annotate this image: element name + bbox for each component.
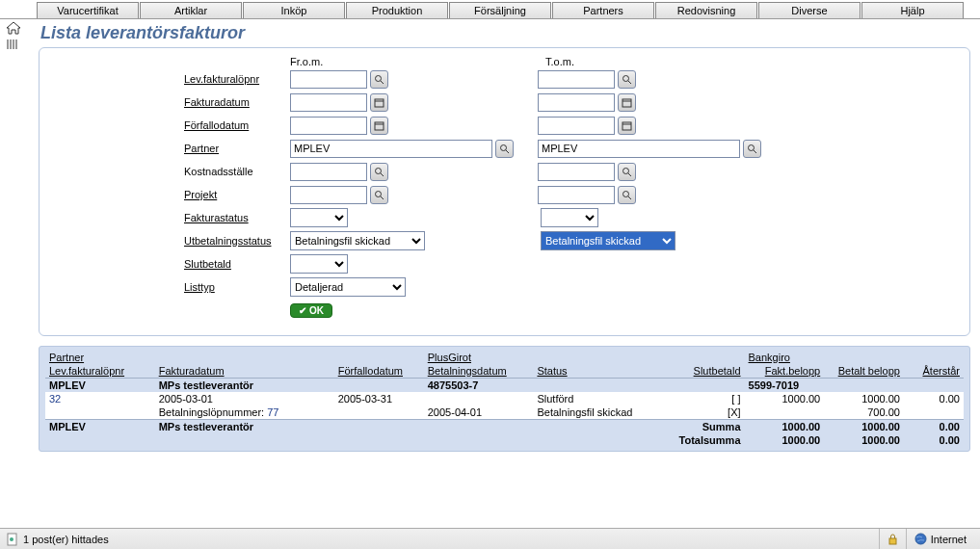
partner-to-input[interactable] bbox=[538, 140, 740, 158]
fakturadatum-to-input[interactable] bbox=[538, 93, 615, 112]
tab-hjalp[interactable]: Hjälp bbox=[861, 2, 964, 18]
svg-rect-8 bbox=[375, 99, 384, 107]
col-from-header: Fr.o.m. bbox=[290, 56, 545, 67]
th-status[interactable]: Status bbox=[533, 364, 673, 379]
tab-inkop[interactable]: Inköp bbox=[243, 2, 345, 18]
tab-varucertifikat[interactable]: Varucertifikat bbox=[37, 2, 139, 18]
svg-point-31 bbox=[915, 534, 926, 544]
status-bar: 1 post(er) hittades Internet bbox=[0, 528, 980, 549]
label-fakturastatus: Fakturastatus bbox=[184, 212, 290, 223]
tab-partners[interactable]: Partners bbox=[552, 2, 654, 18]
svg-rect-10 bbox=[622, 99, 631, 107]
levfakt-to-input[interactable] bbox=[538, 70, 615, 89]
search-icon[interactable] bbox=[370, 163, 388, 181]
search-icon[interactable] bbox=[618, 186, 636, 204]
th-aterstar[interactable]: Återstår bbox=[904, 364, 964, 379]
projekt-to-input[interactable] bbox=[538, 186, 615, 204]
search-icon[interactable] bbox=[618, 163, 636, 181]
tab-forsaljning[interactable]: Försäljning bbox=[449, 2, 551, 18]
tab-artiklar[interactable]: Artiklar bbox=[140, 2, 242, 18]
label-projekt: Projekt bbox=[184, 189, 290, 200]
label-partner: Partner bbox=[184, 143, 290, 154]
th-betaltbelopp[interactable]: Betalt belopp bbox=[824, 364, 904, 379]
ie-page-icon bbox=[6, 533, 19, 546]
th-plusgirot[interactable]: PlusGirot bbox=[424, 351, 534, 364]
globe-icon bbox=[914, 533, 927, 545]
calendar-icon[interactable] bbox=[618, 117, 636, 135]
tab-redovisning[interactable]: Redovisning bbox=[655, 2, 757, 18]
search-icon[interactable] bbox=[495, 140, 514, 158]
totalsumma-row: Totalsumma 1000.00 1000.00 0.00 bbox=[45, 433, 964, 447]
partner-from-input[interactable] bbox=[290, 140, 492, 158]
label-utbetalningsstatus: Utbetalningsstatus bbox=[184, 235, 290, 247]
fakturastatus-to-select[interactable] bbox=[541, 208, 598, 227]
calendar-icon[interactable] bbox=[618, 93, 636, 112]
utbetalning-to-select[interactable]: Betalningsfil skickad bbox=[541, 231, 675, 250]
label-kostnadsstalle: Kostnadsställe bbox=[184, 166, 290, 177]
svg-point-24 bbox=[376, 191, 382, 196]
svg-rect-30 bbox=[889, 538, 896, 544]
tab-diverse[interactable]: Diverse bbox=[758, 2, 861, 18]
check-icon: ✔ bbox=[299, 305, 306, 316]
svg-line-27 bbox=[628, 196, 631, 199]
svg-line-23 bbox=[628, 173, 631, 176]
svg-point-20 bbox=[376, 168, 382, 173]
svg-line-7 bbox=[628, 81, 631, 84]
forfallodatum-to-input[interactable] bbox=[538, 117, 615, 135]
page-title: Lista leverantörsfakturor bbox=[39, 23, 970, 47]
summa-row: MPLEV MPs testleverantör Summa 1000.00 1… bbox=[45, 420, 964, 434]
search-icon[interactable] bbox=[370, 186, 388, 204]
projekt-from-input[interactable] bbox=[290, 186, 367, 204]
forfallodatum-from-input[interactable] bbox=[290, 117, 367, 135]
svg-rect-14 bbox=[622, 122, 631, 130]
th-partner[interactable]: Partner bbox=[45, 351, 155, 364]
calendar-icon[interactable] bbox=[370, 117, 388, 135]
levfakt-link[interactable]: 32 bbox=[49, 393, 61, 405]
table-row: Betalningslöpnummer: 77 2005-04-01 Betal… bbox=[45, 405, 964, 420]
search-icon[interactable] bbox=[743, 140, 761, 158]
tab-produktion[interactable]: Produktion bbox=[346, 2, 448, 18]
th-betalningsdatum[interactable]: Betalningsdatum bbox=[424, 364, 534, 379]
lock-icon bbox=[887, 534, 898, 545]
levfakt-from-input[interactable] bbox=[290, 70, 367, 89]
home-icon[interactable] bbox=[6, 21, 21, 35]
svg-line-5 bbox=[381, 81, 384, 84]
search-icon[interactable] bbox=[618, 70, 636, 89]
svg-point-16 bbox=[501, 144, 507, 150]
label-slutbetald: Slutbetald bbox=[184, 258, 290, 270]
svg-point-4 bbox=[376, 75, 382, 81]
table-row: 32 2005-03-01 2005-03-31 Slutförd [ ] 10… bbox=[45, 392, 964, 405]
svg-line-21 bbox=[381, 173, 384, 176]
svg-point-22 bbox=[623, 168, 629, 173]
ok-button[interactable]: ✔ OK bbox=[290, 303, 332, 318]
main-tabs: Varucertifikat Artiklar Inköp Produktion… bbox=[0, 0, 980, 19]
kostnad-from-input[interactable] bbox=[290, 163, 367, 181]
svg-line-25 bbox=[381, 196, 384, 199]
label-listtyp: Listtyp bbox=[184, 281, 290, 293]
kostnad-to-input[interactable] bbox=[538, 163, 615, 181]
svg-point-26 bbox=[623, 191, 629, 196]
betalningslopnr-link[interactable]: 77 bbox=[267, 406, 278, 418]
fakturastatus-from-select[interactable] bbox=[290, 208, 348, 227]
svg-line-17 bbox=[506, 150, 509, 153]
th-slutbetald[interactable]: Slutbetald bbox=[673, 364, 744, 379]
search-icon[interactable] bbox=[370, 70, 388, 89]
svg-point-18 bbox=[749, 144, 755, 150]
utbetalning-from-select[interactable]: Betalningsfil skickad bbox=[290, 231, 425, 250]
th-faktbelopp[interactable]: Fakt.belopp bbox=[745, 364, 825, 379]
label-forfallodatum: Förfallodatum bbox=[184, 119, 290, 131]
label-fakturadatum: Fakturadatum bbox=[184, 96, 290, 108]
svg-point-29 bbox=[10, 537, 13, 541]
list-icon[interactable] bbox=[7, 39, 20, 50]
fakturadatum-from-input[interactable] bbox=[290, 93, 367, 112]
th-bankgiro[interactable]: Bankgiro bbox=[745, 351, 825, 364]
status-text: 1 post(er) hittades bbox=[23, 534, 109, 545]
svg-line-19 bbox=[754, 150, 756, 153]
th-levfakt[interactable]: Lev.fakturalöpnr bbox=[45, 364, 155, 379]
listtyp-select[interactable]: Detaljerad bbox=[290, 277, 406, 297]
th-fakturadatum[interactable]: Fakturadatum bbox=[155, 364, 334, 379]
calendar-icon[interactable] bbox=[370, 93, 388, 112]
th-forfallodatum[interactable]: Förfallodatum bbox=[334, 364, 424, 379]
col-to-header: T.o.m. bbox=[545, 56, 574, 67]
slutbetald-select[interactable] bbox=[290, 254, 348, 274]
